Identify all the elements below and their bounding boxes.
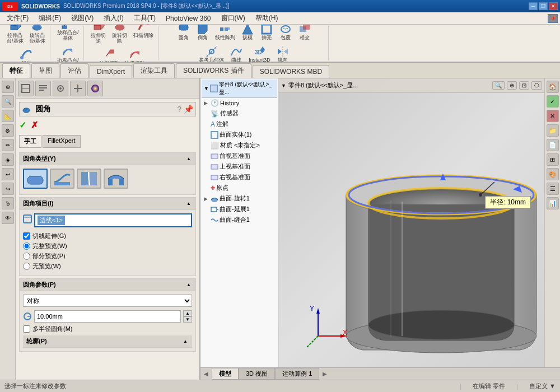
linear-pattern-btn[interactable]: 线性阵列 (213, 25, 237, 43)
revolve-cut-btn[interactable]: 旋转切除 (110, 25, 130, 46)
left-icon-4[interactable]: ⚙ (2, 124, 14, 137)
right-icon-document[interactable]: 📄 (547, 139, 559, 151)
left-icon-2[interactable]: 🔍 (2, 95, 14, 108)
extrude-boss-btn[interactable]: 拉伸凸台/基体 (4, 25, 26, 46)
menu-file[interactable]: 文件(F) (2, 12, 33, 24)
loft-btn[interactable]: 放样凸台/基体 (55, 25, 81, 43)
loft-cut-btn[interactable]: 放样切割 (97, 46, 122, 63)
boundary-btn[interactable]: 边界凸台/基体 (55, 43, 81, 63)
cancel-btn[interactable]: ✗ (31, 120, 38, 130)
keep-visible-icon[interactable]: 📌 (184, 105, 193, 114)
panel-btn-config[interactable] (53, 81, 68, 96)
sweep-btn[interactable]: 扫描 (16, 46, 36, 63)
tab-sketch[interactable]: 草图 (31, 63, 59, 78)
left-icon-5[interactable]: ✏ (2, 139, 14, 151)
panel-btn-sketch[interactable] (18, 81, 34, 96)
fillet-params-header[interactable]: 圆角参数(P) (20, 279, 195, 291)
bottom-tab-motion[interactable]: 运动算例 1 (275, 368, 319, 380)
help-icon[interactable]: ? (177, 105, 181, 114)
menu-photoview[interactable]: PhotoView 360 (161, 13, 216, 24)
panel-btn-color[interactable] (87, 81, 103, 96)
fillet-tab-expert[interactable]: FilletXpert (43, 135, 81, 148)
left-icon-7[interactable]: ↩ (2, 168, 14, 180)
radius-down-btn[interactable]: ▼ (183, 316, 192, 323)
revolve-boss-btn[interactable]: 旋转凸台/基体 (27, 25, 48, 46)
menu-view[interactable]: 视图(V) (67, 12, 98, 24)
profile-header[interactable]: 轮廓(P) (23, 335, 192, 348)
right-icon-list[interactable]: ☰ (547, 183, 559, 195)
tree-item-sensor[interactable]: 📡 传感器 (202, 108, 277, 119)
viewport-btn-fit[interactable]: ⊡ (519, 81, 529, 90)
right-icon-home[interactable]: 🏠 (547, 81, 559, 93)
partial-preview-radio[interactable] (23, 253, 30, 260)
left-icon-3[interactable]: 📐 (2, 110, 14, 122)
tab-sw-mbd[interactable]: SOLIDWORKS MBD (253, 65, 329, 78)
type-btn-constant[interactable] (23, 169, 48, 189)
bottom-tab-3dview[interactable]: 3D 视图 (239, 368, 275, 380)
panel-btn-property[interactable] (35, 81, 51, 96)
tangent-extend-checkbox[interactable] (23, 232, 30, 240)
radius-up-btn[interactable]: ▲ (183, 310, 192, 316)
left-icon-9[interactable]: 🖱 (2, 197, 14, 209)
tree-item-knit1[interactable]: 曲面-缝合1 (202, 214, 277, 225)
fillet-btn[interactable]: 圆角 (175, 25, 193, 43)
tree-item-annotation[interactable]: A 注解 (202, 119, 277, 129)
left-icon-1[interactable]: ⊕ (2, 81, 14, 93)
type-btn-full[interactable] (104, 169, 128, 189)
mirror-btn[interactable]: 镜向 (274, 44, 292, 63)
shell-btn[interactable]: 抽壳 (258, 25, 276, 43)
bottom-tab-model[interactable]: 模型 (212, 368, 239, 380)
tab-render[interactable]: 渲染工具 (133, 63, 175, 78)
tab-sw-addins[interactable]: SOLIDWORKS 插件 (176, 63, 251, 78)
menu-edit[interactable]: 编辑(E) (34, 12, 66, 24)
type-btn-variable[interactable] (50, 169, 74, 189)
draft-btn[interactable]: 拔模 (239, 25, 256, 43)
right-icon-confirm[interactable]: ✓ (547, 95, 559, 108)
confirm-btn[interactable]: ✓ (19, 120, 26, 130)
symmetry-select[interactable]: 对称 (23, 295, 192, 307)
sweep-cut-btn[interactable]: 扫描切除 (131, 25, 156, 46)
left-icon-8[interactable]: ↪ (2, 183, 14, 195)
restore-btn[interactable]: ❐ (539, 2, 548, 10)
viewport-btn-search[interactable]: 🔍 (492, 81, 505, 90)
right-icon-folder[interactable]: 📁 (547, 124, 559, 137)
bottom-tab-next[interactable]: ▶ (319, 368, 330, 380)
tree-item-origin[interactable]: ✚ 原点 (202, 183, 277, 193)
bottom-tab-prev[interactable]: ◀ (200, 368, 212, 380)
tab-features[interactable]: 特征 (2, 63, 30, 78)
tree-item-material[interactable]: ⬜ 材质 <未指定> (202, 140, 277, 151)
edge-list[interactable]: 边线<1> (34, 213, 192, 227)
tree-item-surface-bodies[interactable]: 曲面实体(1) (202, 129, 277, 140)
radius-input[interactable]: 10.00mm (34, 310, 181, 323)
panel-btn-plus[interactable] (70, 81, 86, 96)
multi-radius-checkbox[interactable] (23, 325, 30, 333)
tree-item-front-plane[interactable]: 前视基准面 (202, 151, 277, 161)
viewport[interactable]: ▼ 零件8 (默认<<默认>_显... 🔍 ⊕ ⊡ ⎔ (279, 78, 544, 367)
tree-item-top-plane[interactable]: 上视基准面 (202, 161, 277, 172)
fillet-type-header[interactable]: 圆角类型(Y) (20, 153, 195, 165)
viewport-btn-orient[interactable]: ⎔ (531, 81, 542, 90)
menu-help[interactable]: 帮助(H) (251, 12, 283, 24)
fillet-tab-manual[interactable]: 手工 (19, 135, 41, 148)
right-icon-chart[interactable]: 📊 (547, 197, 559, 209)
wrap-btn[interactable]: 包覆 (277, 25, 295, 43)
fillet-items-header[interactable]: 圆角项目(I) (20, 198, 195, 210)
menu-tools[interactable]: 工具(T) (129, 12, 160, 24)
close-btn[interactable]: ✕ (549, 2, 558, 10)
curves-btn[interactable]: 曲线 (227, 44, 245, 63)
type-btn-faceblend[interactable] (77, 169, 101, 189)
boundary-cut-btn[interactable]: 边界切除 (123, 46, 147, 63)
tab-evaluate[interactable]: 评估 (60, 63, 88, 78)
tree-item-extend1[interactable]: 曲面-延展1 (202, 204, 277, 214)
tree-item-right-plane[interactable]: 右视基准面 (202, 172, 277, 183)
ref-geom-btn[interactable]: 参考几何体 (197, 44, 226, 63)
minimize-btn[interactable]: ─ (529, 2, 538, 10)
menu-insert[interactable]: 插入(I) (99, 12, 128, 24)
tree-item-revolve1[interactable]: ▶ 曲面-旋转1 (202, 193, 277, 204)
chamfer-btn[interactable]: 倒角 (194, 25, 212, 43)
right-icon-cancel[interactable]: ✕ (547, 110, 559, 122)
extrude-cut-btn[interactable]: 拉伸切除 (88, 25, 109, 46)
right-icon-grid[interactable]: ⊞ (547, 153, 559, 166)
viewport-btn-zoom[interactable]: ⊕ (507, 81, 517, 90)
menu-window[interactable]: 窗口(W) (217, 12, 250, 24)
